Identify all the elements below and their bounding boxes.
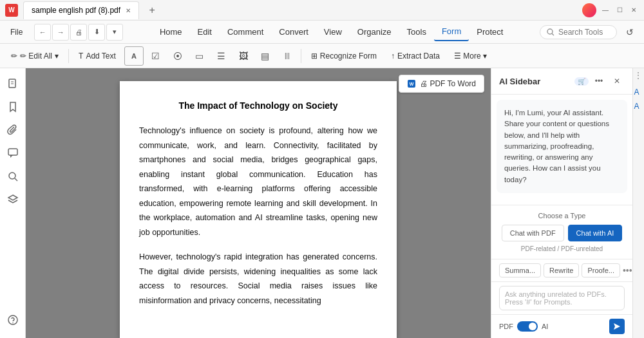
extract-data-label: Extract Data — [397, 52, 440, 61]
menu-tools[interactable]: Tools — [399, 23, 434, 41]
main-content: W 🖨 PDF To Word The Impact of Technology… — [0, 68, 644, 338]
sidebar-pages-icon[interactable] — [3, 73, 23, 94]
extract-data-button[interactable]: ↑ Extract Data — [385, 48, 446, 64]
svg-point-9 — [12, 323, 14, 324]
toolbar: ✏ ✏ Edit All ▾ T Add Text A ☑ ⦿ ▭ ☰ 🖼 ▤ … — [0, 44, 644, 68]
menu-view[interactable]: View — [316, 23, 350, 41]
extract-icon: ↑ — [391, 52, 395, 61]
radio-button[interactable]: ⦿ — [168, 46, 187, 66]
menu-organize[interactable]: Organize — [350, 23, 399, 41]
minimize-button[interactable]: — — [600, 5, 611, 15]
pdf-content: Technology's influence on society is pro… — [139, 124, 377, 308]
menu-form[interactable]: Form — [434, 23, 469, 41]
pdf-viewer: W 🖨 PDF To Word The Impact of Technology… — [26, 68, 491, 338]
app-icon: W — [5, 4, 18, 17]
text-field-button[interactable]: A — [124, 46, 144, 66]
nav-back-button[interactable]: ← — [34, 24, 51, 41]
sidebar-bookmark-icon[interactable] — [3, 97, 23, 117]
title-bar-right: — ☐ ✕ — [582, 3, 639, 17]
menu-bar: File ← → 🖨 ⬇ ▾ Home Edit Comment Convert… — [0, 21, 644, 44]
ai-message: Hi, I'm Lumi, your AI assistant. Share y… — [497, 100, 627, 193]
right-extra-icon-2[interactable]: A — [634, 88, 643, 97]
barcode-button[interactable]: ||| — [278, 46, 297, 66]
tab-label: sample english pdf (8).pdf — [32, 6, 120, 15]
ai-footer-ai-label: AI — [542, 323, 548, 330]
chat-pdf-button[interactable]: Chat with PDF — [502, 225, 564, 241]
add-text-button[interactable]: T Add Text — [73, 48, 122, 64]
add-text-icon: T — [79, 52, 83, 61]
ai-type-buttons: Chat with PDF Chat with AI — [499, 225, 625, 241]
search-tools[interactable] — [540, 25, 617, 39]
close-button[interactable]: ✕ — [629, 5, 639, 15]
menu-comment[interactable]: Comment — [220, 23, 271, 41]
rectangle-button[interactable]: ▭ — [190, 46, 209, 66]
ai-type-title: Choose a Type — [499, 212, 625, 220]
sidebar-search-icon[interactable] — [3, 166, 23, 187]
grid-button[interactable]: ▤ — [256, 46, 275, 66]
ai-type-section: Choose a Type Chat with PDF Chat with AI… — [491, 205, 632, 259]
sidebar-attachment-icon[interactable] — [3, 120, 23, 140]
nav-buttons: ← → 🖨 ⬇ ▾ — [34, 24, 123, 41]
sidebar-help-icon[interactable] — [3, 310, 23, 330]
nav-print-button[interactable]: 🖨 — [70, 24, 87, 41]
pdf-paragraph-2: However, technology's rapid integration … — [139, 250, 377, 308]
file-menu[interactable]: File — [5, 25, 28, 39]
nav-download-button[interactable]: ⬇ — [88, 24, 105, 41]
list-button[interactable]: ☰ — [212, 46, 231, 66]
proofread-button[interactable]: Proofe... — [582, 263, 620, 277]
active-tab[interactable]: sample english pdf (8).pdf ✕ — [23, 1, 139, 19]
svg-line-7 — [15, 178, 17, 181]
svg-point-6 — [9, 173, 15, 179]
ai-header-icons: 🛒 ••• ✕ — [574, 73, 625, 89]
ai-badge: 🛒 — [574, 77, 589, 86]
more-actions-button[interactable]: ••• — [623, 265, 632, 276]
menu-convert[interactable]: Convert — [271, 23, 316, 41]
recognize-icon: ⊞ — [311, 52, 317, 61]
avatar — [582, 3, 596, 17]
menu-left: File ← → 🖨 ⬇ ▾ — [5, 24, 123, 41]
nav-forward-button[interactable]: → — [52, 24, 69, 41]
summarize-button[interactable]: Summa... — [499, 263, 541, 277]
new-tab-button[interactable]: + — [144, 3, 160, 18]
chat-ai-button[interactable]: Chat with AI — [568, 225, 623, 241]
menu-right: ↺ — [540, 23, 639, 41]
pdf-to-word-label: 🖨 PDF To Word — [420, 79, 476, 88]
ai-send-button[interactable] — [609, 319, 625, 334]
pdf-page: The Impact of Technology on Society Tech… — [120, 81, 397, 338]
cloud-button[interactable]: ↺ — [621, 23, 639, 41]
ai-spacer — [491, 198, 632, 205]
left-sidebar — [0, 68, 26, 338]
ai-type-note: PDF-related / PDF-unrelated — [499, 245, 625, 252]
recognize-form-label: Recognize Form — [320, 52, 377, 61]
checkbox-button[interactable]: ☑ — [146, 46, 166, 66]
ai-sidebar: AI Sidebar 🛒 ••• ✕ Hi, I'm Lumi, your AI… — [491, 68, 632, 338]
sidebar-comment-icon[interactable] — [3, 143, 23, 164]
svg-line-1 — [552, 33, 554, 35]
search-input[interactable] — [558, 28, 610, 37]
right-extra-icon-3[interactable]: A — [634, 102, 643, 111]
menu-protect[interactable]: Protect — [469, 23, 511, 41]
edit-all-button[interactable]: ✏ ✏ Edit All ▾ — [5, 48, 64, 64]
sidebar-layers-icon[interactable] — [3, 189, 23, 210]
menu-edit[interactable]: Edit — [190, 23, 220, 41]
menu-home[interactable]: Home — [152, 23, 190, 41]
image-button[interactable]: 🖼 — [234, 46, 253, 66]
pdf-to-word-button[interactable]: W 🖨 PDF To Word — [399, 75, 484, 93]
nav-dropdown-button[interactable]: ▾ — [106, 24, 123, 41]
ai-options-button[interactable]: ••• — [591, 73, 607, 89]
maximize-button[interactable]: ☐ — [614, 5, 625, 15]
title-bar-left: W sample english pdf (8).pdf ✕ + — [5, 1, 160, 19]
ai-actions: Summa... Rewrite Proofe... ••• — [491, 259, 632, 281]
more-button[interactable]: ☰ More ▾ — [448, 48, 493, 64]
rewrite-button[interactable]: Rewrite — [544, 263, 579, 277]
ai-input-box[interactable]: Ask anything unrelated to PDFs. Press '#… — [499, 286, 625, 310]
recognize-form-button[interactable]: ⊞ Recognize Form — [305, 48, 383, 64]
ai-input-placeholder: Ask anything unrelated to PDFs. Press '#… — [505, 290, 607, 306]
edit-all-label: ✏ Edit All — [20, 52, 52, 61]
pdf-ai-toggle[interactable] — [517, 321, 538, 332]
right-extra-panel: ⋮ A A — [632, 68, 644, 338]
right-extra-icon-1[interactable]: ⋮ — [634, 71, 643, 80]
pdf-paragraph-1: Technology's influence on society is pro… — [139, 124, 377, 239]
tab-close-button[interactable]: ✕ — [126, 7, 131, 14]
ai-close-button[interactable]: ✕ — [609, 73, 625, 89]
